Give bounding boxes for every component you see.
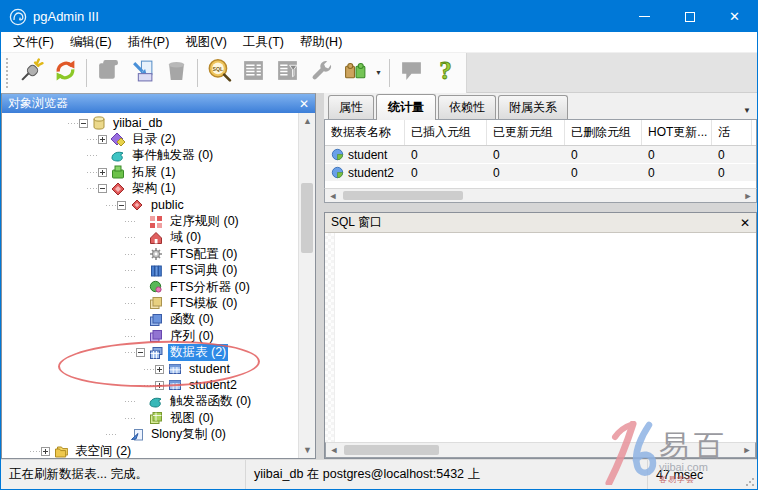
scroll-right-icon[interactable]: ► — [740, 189, 756, 202]
column-header[interactable]: 活 — [712, 120, 752, 145]
functions-icon — [149, 313, 163, 327]
tree-item-fts-dictionaries[interactable]: FTS词典 (0) — [2, 263, 298, 279]
expand-icon[interactable] — [98, 168, 107, 177]
scrollbar-thumb[interactable] — [344, 445, 439, 455]
sql-editor[interactable] — [325, 233, 756, 442]
scroll-down-icon[interactable]: ▼ — [299, 442, 315, 458]
tree-item-table-student[interactable]: student — [2, 361, 298, 377]
tree-item-label: 架构 (1) — [130, 180, 178, 197]
toolbar-plugins-button[interactable] — [338, 56, 372, 90]
column-header[interactable]: 已插入元组 — [405, 120, 487, 145]
tree-item-functions[interactable]: 函数 (0) — [2, 312, 298, 328]
tree-item-views[interactable]: 视图 (0) — [2, 410, 298, 426]
tree-item-database-yiibai-db[interactable]: yiibai_db — [2, 115, 298, 131]
tree-item-slony-replication[interactable]: Slony复制 (0) — [2, 426, 298, 442]
expand-icon[interactable] — [41, 447, 50, 456]
horizontal-splitter[interactable] — [324, 203, 757, 212]
tree-connector — [87, 155, 97, 156]
column-header[interactable]: HOT更新... — [642, 120, 712, 145]
expand-icon[interactable] — [155, 381, 164, 390]
tree-item-catalogs[interactable]: 目录 (2) — [2, 131, 298, 147]
toolbar-connect-server-button[interactable] — [14, 56, 48, 90]
row-value-cell: 0 — [712, 146, 752, 163]
tree-item-fts-templates[interactable]: FTS模板 (0) — [2, 295, 298, 311]
tree-connector — [125, 352, 135, 353]
menu-item-file[interactable]: 文件(F) — [5, 32, 62, 53]
menu-item-tools[interactable]: 工具(T) — [235, 32, 292, 53]
tree-item-domains[interactable]: 域 (0) — [2, 230, 298, 246]
tree-item-label: 域 (0) — [168, 229, 203, 246]
expand-icon[interactable] — [98, 135, 107, 144]
tree-item-fts-configurations[interactable]: FTS配置 (0) — [2, 246, 298, 262]
sql-pane-close-icon[interactable]: ✕ — [740, 216, 750, 230]
tree-connector — [87, 139, 97, 140]
tree-item-tables[interactable]: 数据表 (2) — [2, 344, 298, 360]
scrollbar-thumb[interactable] — [343, 191, 463, 200]
tab-list-dropdown-icon[interactable]: ▼ — [739, 101, 755, 119]
row-value-cell: 0 — [565, 164, 642, 181]
column-header[interactable]: 数据表名称 — [325, 120, 405, 145]
grid-horizontal-scrollbar[interactable]: ◄ ► — [324, 188, 757, 203]
menu-item-plugins[interactable]: 插件(P) — [120, 32, 178, 53]
scroll-up-icon[interactable]: ▲ — [299, 113, 315, 129]
tree-item-sequences[interactable]: 序列 (0) — [2, 328, 298, 344]
tree-connector — [125, 336, 135, 337]
sql-horizontal-scrollbar[interactable]: ◄ ► — [325, 442, 756, 458]
table-row-student[interactable]: student00000 — [325, 146, 756, 164]
tree-connector — [106, 434, 116, 435]
toolbar-grip[interactable] — [4, 58, 11, 88]
object-browser-close-icon[interactable]: ✕ — [299, 98, 309, 110]
column-header[interactable]: 已删除元组 — [565, 120, 642, 145]
tree-item-event-triggers[interactable]: 事件触发器 (0) — [2, 148, 298, 164]
tree-item-schema-public[interactable]: public — [2, 197, 298, 213]
vertical-splitter[interactable] — [316, 93, 324, 459]
scroll-left-icon[interactable]: ◄ — [325, 189, 341, 202]
table-row-student2[interactable]: student200000 — [325, 164, 756, 182]
scroll-right-icon[interactable]: ► — [739, 443, 755, 457]
tree-item-tablespaces[interactable]: 表空间 (2) — [2, 443, 298, 458]
collapse-icon[interactable] — [117, 201, 126, 210]
collapse-icon[interactable] — [98, 184, 107, 193]
maximize-button[interactable] — [667, 1, 712, 32]
close-button[interactable]: ✕ — [712, 1, 757, 32]
column-header[interactable]: 已更新元组 — [487, 120, 565, 145]
svg-text:?: ? — [439, 58, 452, 83]
tree-item-extensions[interactable]: 拓展 (1) — [2, 164, 298, 180]
hint-balloon-icon — [399, 58, 424, 87]
toolbar-create-object-button[interactable] — [125, 56, 159, 90]
table-stat-icon — [331, 166, 344, 179]
scrollbar-thumb[interactable] — [301, 183, 313, 253]
tree-item-label: 拓展 (1) — [130, 164, 178, 181]
pgadmin-window: pgAdmin III ✕ 文件(F)编辑(E)插件(P)视图(V)工具(T)帮… — [0, 0, 758, 490]
tab-statistics[interactable]: 统计量 — [376, 94, 436, 120]
menu-item-edit[interactable]: 编辑(E) — [62, 32, 120, 53]
toolbar-help-button[interactable]: ? — [428, 56, 462, 90]
collapse-icon[interactable] — [136, 348, 145, 357]
toolbar-plugins-dropdown-icon[interactable]: ▼ — [372, 56, 385, 90]
tree-item-trigger-functions[interactable]: 触发器函数 (0) — [2, 394, 298, 410]
tree-item-label: FTS词典 (0) — [168, 262, 239, 279]
right-column: 属性统计量依赖性附属关系▼ 数据表名称已插入元组已更新元组已删除元组HOT更新.… — [324, 93, 757, 459]
scroll-left-icon[interactable]: ◄ — [326, 443, 342, 457]
menu-item-help[interactable]: 帮助(H) — [292, 32, 350, 53]
expand-icon[interactable] — [155, 365, 164, 374]
tree-item-table-student2[interactable]: student2 — [2, 377, 298, 393]
tree-item-collations[interactable]: 定序规则 (0) — [2, 213, 298, 229]
menu-item-view[interactable]: 视图(V) — [177, 32, 235, 53]
resize-grip[interactable] — [745, 477, 755, 487]
tab-properties[interactable]: 属性 — [328, 95, 374, 119]
object-browser-title: 对象浏览器 — [8, 95, 299, 112]
fts-config-icon — [149, 247, 163, 261]
tree-item-label: student — [187, 362, 232, 376]
collapse-icon[interactable] — [79, 119, 88, 128]
toolbar-refresh-button[interactable] — [48, 56, 82, 90]
tree-vertical-scrollbar[interactable]: ▲ ▼ — [298, 113, 315, 458]
tab-dependents[interactable]: 附属关系 — [498, 95, 568, 119]
sql-editor-text[interactable] — [335, 233, 756, 442]
toolbar-sql-query-tool-button[interactable]: SQL — [202, 56, 236, 90]
tree-item-schemas[interactable]: 架构 (1) — [2, 181, 298, 197]
tree-item-fts-parsers[interactable]: FTS分析器 (0) — [2, 279, 298, 295]
tab-dependencies[interactable]: 依赖性 — [438, 95, 496, 119]
tree-item-label: FTS分析器 (0) — [168, 279, 252, 296]
minimize-button[interactable] — [622, 1, 667, 32]
